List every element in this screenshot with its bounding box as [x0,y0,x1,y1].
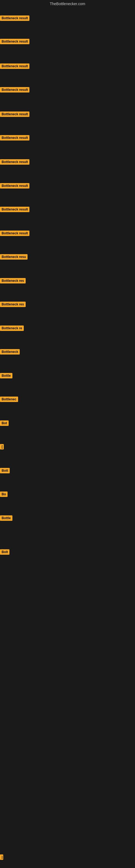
bottleneck-badge-23[interactable]: Bolt [0,549,9,555]
bottleneck-badge-row: Bot [0,421,9,427]
bottleneck-badge-row: Bottleneck result [0,16,30,22]
bottleneck-badge-row: [ [0,444,4,451]
bottleneck-badge-18[interactable]: Bot [0,421,9,426]
bottleneck-badge-row: Bottleneck result [0,87,30,94]
bottleneck-badge-8[interactable]: Bottleneck result [0,183,30,188]
bottleneck-badge-row: Bottleneck resu [0,254,28,261]
bottleneck-badge-row: Bott [0,468,10,474]
bottleneck-badge-row: Bottleneck result [0,159,30,166]
bottleneck-badge-row: Bottleneck result [0,135,30,142]
site-title: TheBottlenecker.com [0,0,135,8]
bottleneck-badge-row: Bottle [0,373,12,379]
bottleneck-badge-14[interactable]: Bottleneck re [0,326,24,331]
bottleneck-badge-15[interactable]: Bottleneck [0,349,20,354]
bottleneck-badge-row: Bottleneck result [0,183,30,190]
bottleneck-badge-row: Bottleneck result [0,112,30,118]
bottleneck-badge-row: Bottleneck result [0,207,30,213]
bottleneck-badge-2[interactable]: Bottleneck result [0,39,30,44]
bottleneck-badge-13[interactable]: Bottleneck res [0,302,26,307]
bottleneck-badge-11[interactable]: Bottleneck resu [0,254,28,259]
bottleneck-badge-row: | [0,855,3,861]
bottleneck-badge-9[interactable]: Bottleneck result [0,207,30,212]
bottleneck-badge-row: Bottle [0,516,12,522]
bottleneck-badge-21[interactable]: Bo [0,492,8,497]
bottleneck-badge-row: Bottleneck res [0,302,26,308]
bottleneck-badge-20[interactable]: Bott [0,468,10,473]
bottleneck-badge-10[interactable]: Bottleneck result [0,230,30,236]
bottleneck-badge-22[interactable]: Bottle [0,516,12,521]
bottleneck-badge-24[interactable]: | [0,855,3,860]
bottleneck-badge-7[interactable]: Bottleneck result [0,159,30,165]
bottleneck-badge-row: Bottleneck result [0,39,30,45]
bottleneck-badge-16[interactable]: Bottle [0,373,12,378]
bottleneck-badge-row: Bottleneck res [0,278,26,284]
bottleneck-badge-6[interactable]: Bottleneck result [0,135,30,141]
bottleneck-badge-1[interactable]: Bottleneck result [0,16,30,21]
bottleneck-badge-row: Bottleneck re [0,326,24,332]
bottleneck-badge-row: Bottlenec [0,397,18,403]
bottleneck-badge-row: Bo [0,492,8,498]
bottleneck-badge-row: Bottleneck result [0,63,30,70]
bottleneck-badge-row: Bottleneck [0,349,20,355]
bottleneck-badge-4[interactable]: Bottleneck result [0,87,30,93]
bottleneck-badge-5[interactable]: Bottleneck result [0,112,30,117]
bottleneck-badge-row: Bottleneck result [0,230,30,237]
bottleneck-badge-17[interactable]: Bottlenec [0,397,18,402]
bottleneck-badge-row: Bolt [0,549,9,556]
bottleneck-badge-3[interactable]: Bottleneck result [0,63,30,69]
bottleneck-badge-19[interactable]: [ [0,444,4,450]
bottleneck-badge-12[interactable]: Bottleneck res [0,278,26,283]
